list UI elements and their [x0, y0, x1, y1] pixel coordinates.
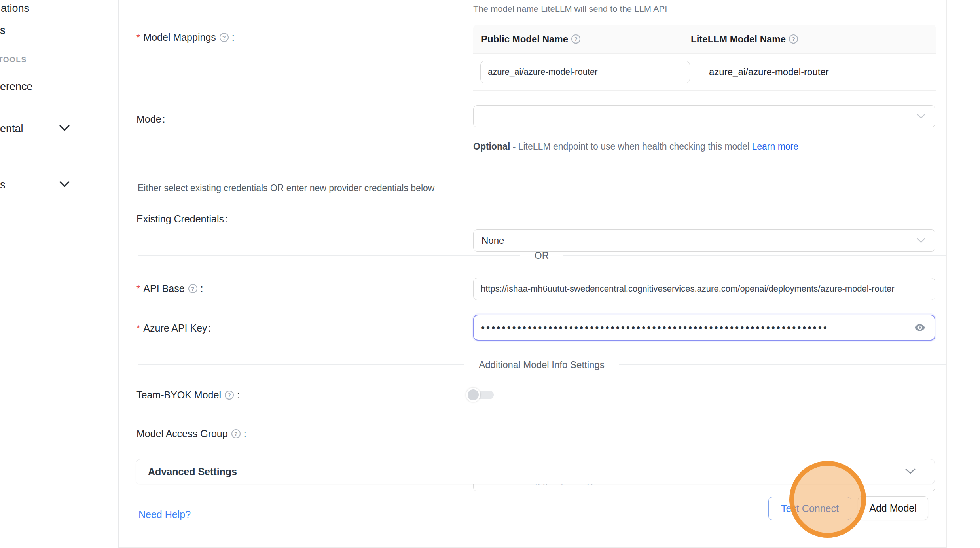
- chevron-down-icon: [905, 468, 916, 475]
- sidebar-item-users[interactable]: s: [0, 25, 6, 37]
- api-base-label: * API Base ? :: [136, 283, 203, 294]
- api-base-field: [473, 278, 935, 300]
- masked-password-value: ••••••••••••••••••••••••••••••••••••••••…: [474, 322, 893, 334]
- advanced-settings-panel[interactable]: Advanced Settings: [136, 459, 935, 484]
- sidebar-item-experimental[interactable]: ental: [0, 123, 23, 135]
- eye-icon[interactable]: [913, 321, 927, 334]
- model-mappings-table: Public Model Name ? LiteLLM Model Name ?…: [473, 25, 936, 91]
- azure-api-key-input[interactable]: ••••••••••••••••••••••••••••••••••••••••…: [473, 315, 935, 341]
- api-base-input[interactable]: [474, 284, 935, 294]
- sidebar-item-organizations[interactable]: ations: [1, 2, 29, 15]
- chevron-down-icon[interactable]: [59, 181, 70, 188]
- model-mappings-label: * Model Mappings ? :: [136, 32, 235, 43]
- team-byok-label: Team-BYOK Model ? :: [136, 389, 240, 401]
- mode-label: Mode :: [136, 114, 165, 125]
- sidebar-item-settings[interactable]: s: [0, 179, 6, 191]
- existing-credentials-label: Existing Credentials :: [136, 213, 228, 225]
- help-question-icon[interactable]: ?: [188, 284, 197, 293]
- help-question-icon[interactable]: ?: [225, 391, 234, 400]
- chevron-down-icon: [917, 114, 925, 119]
- mode-helper-text: Optional - LiteLLM endpoint to use when …: [473, 138, 802, 155]
- team-byok-toggle[interactable]: [466, 388, 495, 402]
- required-asterisk: *: [136, 32, 140, 43]
- model-access-group-label: Model Access Group ? :: [136, 428, 246, 440]
- column-header-public-model-name: Public Model Name ?: [473, 25, 684, 53]
- public-model-name-input[interactable]: [480, 61, 690, 83]
- mode-select[interactable]: [473, 105, 935, 127]
- sidebar-section-tools: TOOLS: [0, 55, 27, 64]
- help-question-icon[interactable]: ?: [231, 429, 241, 438]
- table-row: azure_ai/azure-model-router: [473, 54, 936, 90]
- help-question-icon[interactable]: ?: [789, 34, 798, 44]
- model-name-hint: The model name LiteLLM will send to the …: [473, 4, 667, 14]
- azure-api-key-label: * Azure API Key :: [136, 322, 211, 334]
- add-model-button[interactable]: Add Model: [858, 496, 928, 520]
- help-question-icon[interactable]: ?: [220, 33, 229, 42]
- learn-more-link[interactable]: Learn more: [752, 141, 798, 152]
- column-header-litellm-model-name: LiteLLM Model Name ?: [684, 34, 800, 45]
- table-header-row: Public Model Name ? LiteLLM Model Name ?: [473, 25, 936, 54]
- additional-info-divider: Additional Model Info Settings: [138, 359, 946, 370]
- chevron-down-icon: [917, 238, 925, 243]
- add-model-form: The model name LiteLLM will send to the …: [119, 0, 947, 548]
- need-help-link[interactable]: Need Help?: [138, 509, 191, 520]
- sidebar: ations s TOOLS erence ental s: [0, 0, 119, 548]
- or-divider-text: OR: [535, 250, 549, 261]
- required-asterisk: *: [136, 283, 140, 294]
- credentials-intro-text: Either select existing credentials OR en…: [138, 183, 434, 193]
- additional-info-divider-text: Additional Model Info Settings: [479, 359, 605, 370]
- advanced-settings-title: Advanced Settings: [148, 466, 905, 478]
- test-connect-button[interactable]: Test Connect: [768, 497, 851, 520]
- toggle-knob: [466, 388, 480, 402]
- chevron-down-icon[interactable]: [59, 125, 70, 131]
- help-question-icon[interactable]: ?: [571, 34, 580, 44]
- required-asterisk: *: [136, 323, 140, 334]
- litellm-model-name-value: azure_ai/azure-model-router: [690, 66, 829, 78]
- sidebar-item-api-reference[interactable]: erence: [0, 81, 33, 93]
- existing-credentials-select[interactable]: None: [473, 229, 935, 252]
- or-divider: OR: [138, 250, 946, 261]
